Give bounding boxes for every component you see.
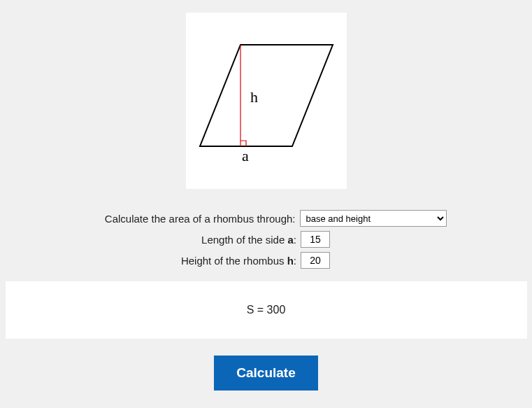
label-a: a	[242, 147, 249, 164]
side-label: Length of the side a:	[87, 234, 296, 246]
method-select[interactable]: base and height	[300, 210, 447, 227]
height-label-var: h	[287, 255, 294, 267]
right-angle-icon	[240, 141, 246, 146]
method-label: Calculate the area of a rhombus through:	[86, 213, 296, 225]
height-input[interactable]	[301, 252, 330, 269]
label-h: h	[250, 88, 258, 106]
result-panel: S = 300	[6, 281, 527, 339]
side-label-var: a	[287, 234, 293, 246]
side-input[interactable]	[301, 231, 330, 248]
rhombus-diagram: h a	[186, 13, 347, 189]
rhombus-svg: h a	[193, 24, 340, 178]
height-label-prefix: Height of the rhombus	[181, 255, 287, 267]
rhombus-shape	[200, 45, 333, 146]
height-row: Height of the rhombus h:	[0, 252, 532, 269]
height-label-suffix: :	[294, 255, 296, 267]
side-label-suffix: :	[294, 234, 296, 246]
form-area: Calculate the area of a rhombus through:…	[0, 210, 532, 269]
result-text: S = 300	[247, 304, 286, 316]
method-row: Calculate the area of a rhombus through:…	[0, 210, 532, 227]
height-label: Height of the rhombus h:	[87, 255, 296, 267]
side-label-prefix: Length of the side	[201, 234, 287, 246]
side-row: Length of the side a:	[0, 231, 532, 248]
calculate-button[interactable]: Calculate	[214, 356, 317, 391]
